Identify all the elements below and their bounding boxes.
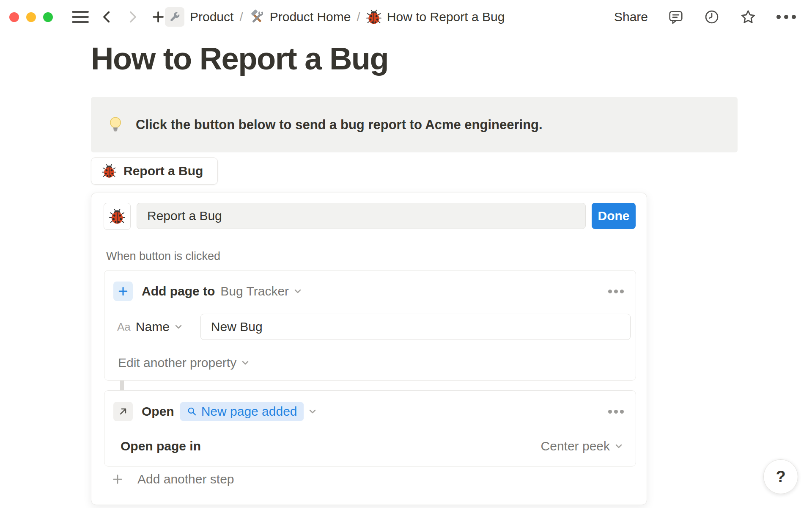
ladybug-icon [102,164,116,178]
close-window-button[interactable] [9,12,19,22]
add-another-step-label: Add another step [137,472,234,486]
done-button[interactable]: Done [592,203,636,229]
step2-action-row: Open New page added [113,401,624,422]
button-name-input[interactable] [137,203,586,229]
chevron-down-icon [614,441,624,451]
breadcrumb: Product / Product Home / [165,0,505,34]
open-page-in-row: Open page in Center peek [121,436,624,457]
search-icon [187,406,198,417]
step1-action-row: Add page to Bug Tracker [113,281,624,302]
chevron-down-icon[interactable] [307,406,318,417]
breadcrumb-separator: / [357,10,360,24]
step-connector [120,381,124,390]
open-page-in-label: Open page in [121,439,201,453]
step2-more-options-icon[interactable] [608,407,624,416]
add-another-step-button[interactable]: Add another step [111,468,234,490]
topbar-actions: Share [614,0,796,34]
wrench-icon [165,7,184,27]
property-value-input[interactable] [200,314,631,340]
step2-action-label: Open [142,404,174,419]
step1-more-options-icon[interactable] [608,287,624,296]
new-page-added-pill[interactable]: New page added [180,402,304,421]
arrow-up-right-icon [113,402,133,421]
chevron-down-icon[interactable] [293,286,303,296]
step1-action-label: Add page to [142,284,215,298]
property-name-dropdown[interactable]: Name [136,320,170,334]
notion-window: Product / Product Home / [0,0,812,508]
callout-text: Click the button below to send a bug rep… [136,117,543,133]
report-a-bug-button-label: Report a Bug [123,164,203,178]
help-button-label: ? [776,468,785,486]
nav-controls [72,0,166,34]
plus-icon [111,473,124,486]
open-mode-dropdown[interactable]: Center peek [541,439,624,453]
callout-block[interactable]: Click the button below to send a bug rep… [91,97,738,152]
button-editor-panel: Done When button is clicked Add page to … [91,193,647,505]
open-mode-value: Center peek [541,439,610,453]
share-button[interactable]: Share [614,10,648,24]
plus-icon [113,282,133,301]
traffic-lights [9,12,53,22]
sidebar-menu-button[interactable] [72,11,89,23]
clock-icon[interactable] [704,9,720,25]
breadcrumb-label: Product [190,10,233,24]
minimize-window-button[interactable] [26,12,36,22]
breadcrumb-label: How to Report a Bug [387,10,505,24]
help-button[interactable]: ? [763,459,798,494]
edit-another-property-button[interactable]: Edit another property [118,354,250,371]
light-bulb-icon [106,116,125,134]
button-editor-header: Done [104,203,636,229]
report-a-bug-button[interactable]: Report a Bug [91,157,218,185]
step1-property-row: Aa Name [117,314,631,340]
comment-icon[interactable] [668,9,684,25]
step-card-open: Open New page added Open page in Center … [104,390,636,467]
chevron-down-icon [240,358,250,368]
back-icon[interactable] [100,10,114,24]
button-emoji-picker[interactable] [104,203,131,230]
breadcrumb-item-product-home[interactable]: Product Home [249,9,351,25]
step1-target-dropdown[interactable]: Bug Tracker [220,284,289,298]
new-page-icon[interactable] [151,9,166,25]
trigger-label: When button is clicked [106,250,220,263]
forward-icon[interactable] [125,10,140,24]
zoom-window-button[interactable] [43,12,53,22]
breadcrumb-item-current-page[interactable]: How to Report a Bug [366,9,505,25]
new-page-added-label: New page added [201,404,297,419]
star-icon[interactable] [740,8,757,25]
breadcrumb-separator: / [239,10,243,24]
step-card-add-page: Add page to Bug Tracker Aa Name Edit ano… [104,270,636,381]
breadcrumb-item-product[interactable]: Product [165,7,233,27]
hammer-and-wrench-icon [249,9,264,25]
property-type-icon: Aa [117,320,131,334]
window-topbar: Product / Product Home / [0,0,812,34]
chevron-down-icon[interactable] [173,322,184,332]
ladybug-icon [109,208,125,224]
page-title[interactable]: How to Report a Bug [91,41,388,77]
edit-another-property-label: Edit another property [118,356,236,370]
breadcrumb-label: Product Home [270,10,351,24]
ladybug-icon [366,9,381,25]
more-options-icon[interactable] [776,15,796,19]
